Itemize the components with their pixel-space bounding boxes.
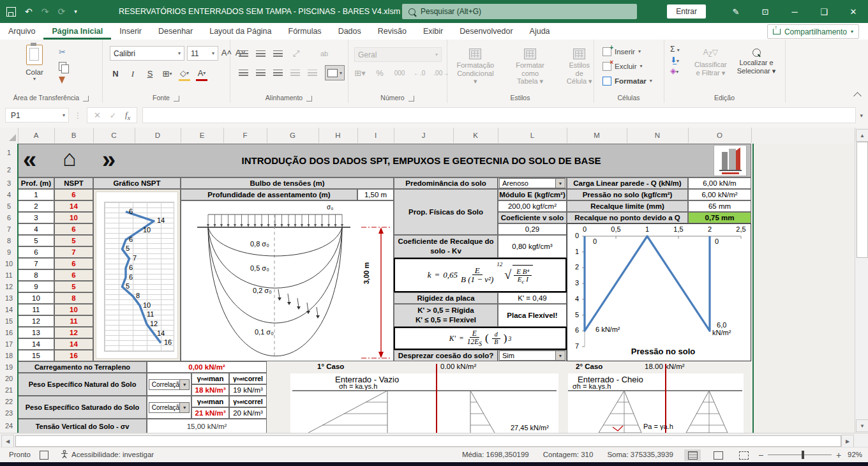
spt-depth-cell[interactable]: 8: [18, 269, 54, 281]
column-header-A[interactable]: A: [18, 128, 55, 143]
recalque-limite-value[interactable]: 65 mm: [688, 200, 751, 212]
modulo-value[interactable]: 200,00 kgf/cm²: [498, 200, 567, 212]
percent-icon[interactable]: %: [374, 66, 385, 79]
tab-revisao[interactable]: Revisão: [370, 23, 415, 40]
row-header-20[interactable]: 20: [0, 373, 19, 385]
spt-nspt-cell[interactable]: 16: [54, 350, 93, 361]
spt-depth-cell[interactable]: 3: [18, 212, 54, 223]
close-button[interactable]: ✕: [839, 0, 868, 23]
number-format-select[interactable]: Geral▾: [354, 47, 442, 62]
minimize-button[interactable]: ─: [780, 0, 809, 23]
spt-nspt-cell[interactable]: 10: [54, 304, 93, 315]
spt-nspt-cell[interactable]: 14: [54, 200, 93, 212]
format-painter-icon[interactable]: [59, 77, 65, 84]
row-header-12[interactable]: 12: [0, 281, 19, 293]
kprime-value[interactable]: K' = 0,49: [498, 292, 567, 304]
row-header-9[interactable]: 9: [0, 246, 19, 259]
spt-nspt-cell[interactable]: 6: [54, 258, 93, 269]
column-header-O[interactable]: O: [688, 128, 752, 143]
dialog-launcher-icon[interactable]: [306, 96, 312, 101]
confirm-entry-icon[interactable]: ✓: [110, 111, 116, 120]
scroll-right-icon[interactable]: ▶: [841, 435, 854, 447]
accounting-format-icon[interactable]: ⊞▾: [354, 66, 366, 79]
column-header-J[interactable]: J: [394, 128, 454, 143]
find-select-button[interactable]: Localizar eSelecionar ▾: [737, 49, 776, 77]
nav-home-button[interactable]: ⌂: [63, 145, 77, 172]
horizontal-scroll-thumb[interactable]: [15, 435, 841, 447]
row-header-5[interactable]: 5: [0, 200, 19, 213]
wrap-text-icon[interactable]: ab: [318, 47, 330, 60]
row-header-2[interactable]: 2: [0, 162, 19, 178]
cut-icon[interactable]: ✂: [59, 47, 66, 56]
spt-depth-cell[interactable]: 15: [18, 350, 54, 361]
spt-depth-cell[interactable]: 10: [18, 292, 54, 304]
align-middle-icon[interactable]: [256, 50, 266, 57]
gamma-sat-man-value[interactable]: 21 kN/m³: [191, 407, 229, 419]
page-break-view-button[interactable]: [735, 449, 752, 461]
zoom-out-icon[interactable]: −: [758, 450, 763, 460]
row-header-11[interactable]: 11: [0, 269, 19, 282]
lasso-select-icon[interactable]: ⟳: [57, 6, 65, 17]
spt-depth-cell[interactable]: 13: [18, 327, 54, 338]
search-input[interactable]: Pesquisar (Alt+G): [402, 4, 637, 19]
nav-back-button[interactable]: «: [23, 146, 31, 174]
undo-icon[interactable]: ↶: [25, 6, 33, 17]
spt-depth-cell[interactable]: 12: [18, 315, 54, 327]
scroll-down-icon[interactable]: ▼: [856, 419, 868, 432]
scroll-left-icon[interactable]: ◀: [1, 435, 14, 447]
row-header-24[interactable]: 24: [0, 419, 19, 433]
spt-depth-cell[interactable]: 7: [18, 258, 54, 269]
cell-styles-button[interactable]: Estilos deCélula ▾: [565, 49, 594, 86]
tab-arquivo[interactable]: Arquivo: [0, 23, 43, 40]
borders-icon[interactable]: ⊞▾: [161, 68, 173, 80]
spt-depth-cell[interactable]: 5: [18, 235, 54, 246]
column-header-B[interactable]: B: [54, 128, 94, 143]
carga-linear-value[interactable]: 6,00 kN/m: [688, 177, 751, 189]
normal-view-button[interactable]: [684, 449, 701, 461]
select-all-corner[interactable]: [0, 128, 19, 143]
decrease-indent-icon[interactable]: [290, 70, 300, 77]
row-header-3[interactable]: 3: [0, 177, 19, 190]
increase-decimal-icon[interactable]: ←.0: [414, 66, 425, 79]
zoom-slider-thumb[interactable]: [802, 451, 804, 459]
coesao-dropdown[interactable]: Sim▼: [499, 350, 565, 361]
spt-nspt-cell[interactable]: 6: [54, 189, 93, 200]
column-header-D[interactable]: D: [135, 128, 181, 143]
spt-depth-cell[interactable]: 11: [18, 304, 54, 315]
terrapleno-value[interactable]: 0,00 kN/m²: [147, 361, 267, 373]
gamma-nat-man-value[interactable]: 18 kN/m³: [191, 384, 229, 396]
share-button[interactable]: Compartilhamento ▾: [767, 24, 859, 39]
caso1-value[interactable]: 0.00 kN/m²: [440, 363, 476, 370]
ribbon-display-icon[interactable]: ⊡: [751, 0, 780, 23]
row-header-16[interactable]: 16: [0, 327, 19, 339]
row-header-10[interactable]: 10: [0, 258, 19, 270]
row-header-1[interactable]: 1: [0, 144, 19, 162]
nspt-chart[interactable]: 6141065766581011121416: [96, 192, 178, 359]
spt-nspt-cell[interactable]: 8: [54, 292, 93, 304]
expand-formula-bar-icon[interactable]: ▾: [860, 112, 863, 119]
zoom-slider[interactable]: [768, 455, 832, 455]
row-header-17[interactable]: 17: [0, 338, 19, 350]
save-icon[interactable]: [6, 7, 16, 17]
spt-depth-cell[interactable]: 14: [18, 338, 54, 350]
thousands-icon[interactable]: 000: [394, 66, 405, 79]
font-color-icon[interactable]: A▾: [196, 66, 207, 81]
column-header-F[interactable]: F: [223, 128, 267, 143]
spt-depth-cell[interactable]: 9: [18, 281, 54, 292]
restore-button[interactable]: ❑: [809, 0, 839, 23]
row-header-18[interactable]: 18: [0, 350, 19, 362]
merge-center-button[interactable]: ▾: [325, 65, 345, 80]
spt-depth-cell[interactable]: 4: [18, 223, 54, 235]
name-box[interactable]: P1▾: [5, 108, 69, 123]
collapse-ribbon-icon[interactable]: [853, 92, 862, 100]
tab-desenvolvedor[interactable]: Desenvolvedor: [451, 23, 521, 40]
spt-nspt-cell[interactable]: 6: [54, 269, 93, 281]
align-center-icon[interactable]: [256, 70, 266, 77]
conditional-formatting-button[interactable]: FormataçãoCondicional ▾: [456, 49, 495, 86]
peso-natural-dropdown[interactable]: Correlaçã▼: [149, 379, 190, 390]
tab-layout[interactable]: Layout da Página: [201, 23, 280, 40]
tab-pagina-inicial[interactable]: Página Inicial: [43, 23, 111, 40]
spt-nspt-cell[interactable]: 11: [54, 315, 93, 327]
align-bottom-icon[interactable]: [273, 50, 283, 57]
copy-icon[interactable]: [59, 62, 66, 71]
